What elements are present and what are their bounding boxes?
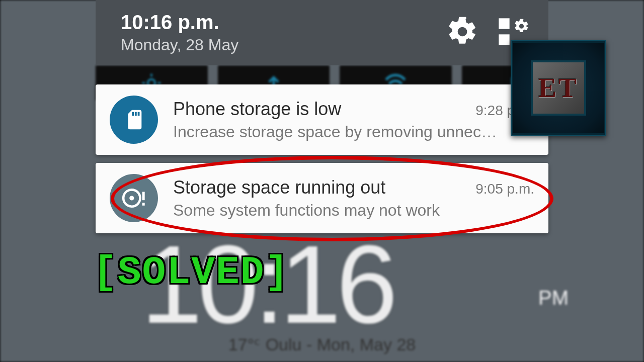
notification-title: Storage space running out (173, 177, 469, 198)
shade-datetime: 10:16 p.m. Monday, 28 May (121, 11, 238, 54)
notification-card[interactable]: Storage space running out 9:05 p.m. Some… (96, 163, 548, 233)
shade-time: 10:16 p.m. (121, 11, 238, 34)
notification-list: Phone storage is low 9:28 p.m. Increase … (96, 84, 548, 241)
homescreen-weather: 17°ᶜ Oulu - Mon, May 28 (0, 334, 644, 354)
disc-alert-icon (110, 174, 158, 222)
svg-rect-5 (499, 18, 509, 29)
watermark-text: ET (531, 60, 586, 116)
annotation-solved-label: [SOLVED] (93, 250, 289, 295)
notification-subtitle: Some system functions may not work (173, 201, 534, 220)
notification-title: Phone storage is low (173, 99, 469, 120)
notification-shade-header: 10:16 p.m. Monday, 28 May (96, 0, 548, 65)
gear-icon[interactable] (446, 16, 478, 50)
channel-watermark: ET (511, 40, 606, 136)
sdcard-icon (110, 96, 158, 144)
shade-date: Monday, 28 May (121, 36, 238, 54)
svg-rect-9 (142, 192, 145, 201)
notification-subtitle: Increase storage space by removing unnec… (173, 123, 534, 141)
notification-timestamp: 9:05 p.m. (475, 181, 534, 197)
svg-point-8 (129, 196, 134, 200)
homescreen-ampm: PM (538, 287, 569, 309)
notification-card[interactable]: Phone storage is low 9:28 p.m. Increase … (96, 84, 548, 155)
svg-rect-6 (499, 34, 509, 45)
svg-rect-10 (142, 203, 145, 205)
